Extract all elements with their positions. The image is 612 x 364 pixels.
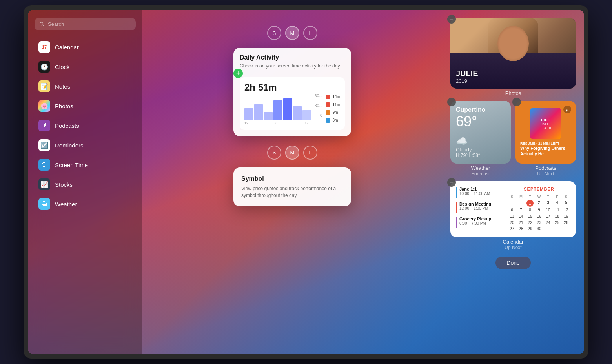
cal-day-19[interactable]: 19 [562,213,570,219]
calendar-remove-button[interactable]: − [447,178,456,187]
podcasts-widget: 🎙 LIFE KIT HEALTH [515,101,576,164]
weather-cloud-icon: ☁️ [456,136,505,147]
notes-icon: 📝 [38,80,50,92]
svg-rect-4 [326,110,330,115]
cal-day-1[interactable]: 1 [526,200,534,207]
music-icon [326,95,330,99]
sidebar-item-photos[interactable]: 🌸 Photos [35,97,136,115]
calendar-events: Jane 1:1 10:00 – 11:00 AM Design Meeting… [456,187,503,232]
sidebar-item-weather[interactable]: 🌤 Weather [35,195,136,213]
app-icon-3 [326,110,330,115]
main-content: S M L Daily Activity Check in on your sc… [142,10,584,354]
cal-day-6[interactable]: 6 [508,207,516,213]
sidebar-item-clock[interactable]: 🕐 Clock [35,58,136,76]
sidebar-label-screentime: Screen Time [55,162,88,168]
widget-desc: Check in on your screen time activity fo… [240,63,345,69]
cal-day-25[interactable]: 25 [553,220,561,226]
sidebar-item-reminders[interactable]: ☑️ Reminders [35,136,136,154]
event-title-2: Design Meeting [459,202,491,206]
weather-remove-button[interactable]: − [447,98,456,106]
sidebar: Search 17 Calendar 🕐 Clock 📝 Notes 🌸 Pho… [28,10,142,354]
event-bar-3 [456,217,457,228]
cal-day-30[interactable]: 30 [535,226,543,232]
size-btn-m[interactable]: M [285,26,299,40]
cal-day-14[interactable]: 14 [517,213,525,219]
sidebar-label-clock: Clock [55,64,70,70]
sidebar-item-podcasts[interactable]: 🎙 Podcasts [35,116,136,135]
search-bar[interactable]: Search [35,18,136,30]
cal-day-12[interactable]: 12 [562,207,570,213]
photos-icon: 🌸 [38,100,50,112]
cal-day-16[interactable]: 16 [535,213,543,219]
sidebar-item-stocks[interactable]: 📈 Stocks [35,175,136,193]
weather-widget-label: Weather [450,165,511,171]
st-item-3: 9m [326,109,340,116]
photos-remove-button[interactable]: − [447,15,456,24]
st-item-4: 8m [326,117,340,124]
cal-day-8[interactable]: 8 [526,207,534,213]
add-widget-button[interactable]: + [233,69,243,78]
weather-city: Cupertino [456,106,505,113]
event-time-2: 12:00 – 1:00 PM [459,206,491,211]
cal-day-28[interactable]: 28 [517,226,525,232]
reminders-icon: ☑️ [38,139,50,151]
photos-widget-label: Photos [450,90,576,96]
cal-day-15[interactable]: 15 [526,213,534,219]
cal-day-18[interactable]: 18 [553,213,561,219]
cal-day-9[interactable]: 9 [535,207,543,213]
symbol-desc: View price quotes and track performance … [241,186,343,199]
bar-5 [283,98,292,120]
size-btn-l2[interactable]: L [303,146,317,160]
event-bar-2 [456,202,457,213]
cal-day-empty2 [517,200,525,207]
cal-day-2[interactable]: 2 [535,200,543,207]
cal-day-7[interactable]: 7 [517,207,525,213]
cal-day-23[interactable]: 23 [535,220,543,226]
calendar-sublabel: Up Next [450,245,576,250]
size-selectors-top: S M L [267,26,317,40]
cal-day-5[interactable]: 5 [562,200,570,207]
podcast-mic-icon: 🎙 [563,105,572,114]
podcasts-remove-button[interactable]: − [512,98,521,106]
sidebar-item-screentime[interactable]: ⏱ Screen Time [35,156,136,174]
done-button[interactable]: Done [495,257,530,269]
cal-event-3: Grocery Pickup 6:00 – 7:00 PM [456,217,503,228]
search-placeholder: Search [48,21,64,27]
cal-event-2: Design Meeting 12:00 – 1:00 PM [456,202,503,213]
cal-day-10[interactable]: 10 [544,207,552,213]
st-app-list: 14m 11m 9m [326,93,340,125]
cal-day-3[interactable]: 3 [544,200,552,207]
sidebar-item-calendar[interactable]: 17 Calendar [35,38,136,56]
search-icon [39,22,45,27]
cal-day-20[interactable]: 20 [508,220,516,226]
cal-event-1: Jane 1:1 10:00 – 11:00 AM [456,187,503,198]
bar-7 [302,110,311,120]
cal-day-29[interactable]: 29 [526,226,534,232]
symbol-card: Symbol View price quotes and track perfo… [233,167,351,207]
cal-day-22[interactable]: 22 [526,220,534,226]
cal-day-4[interactable]: 4 [553,200,561,207]
calendar-widget-wrapper: − Jane 1:1 10:00 – 11:00 AM [450,181,576,250]
size-btn-l[interactable]: L [303,26,317,40]
cal-day-11[interactable]: 11 [553,207,561,213]
widget-title: Daily Activity [240,54,345,61]
svg-text:🎙: 🎙 [565,106,570,113]
cal-day-24[interactable]: 24 [544,220,552,226]
right-panel: − JULIE 2019 Photos [443,10,584,354]
calendar-month: SEPTEMBER [508,187,570,191]
cal-day-17[interactable]: 17 [544,213,552,219]
center-panel: S M L Daily Activity Check in on your sc… [142,10,443,354]
cal-day-26[interactable]: 26 [562,220,570,226]
stocks-icon: 📈 [38,178,50,190]
size-btn-s[interactable]: S [267,26,281,40]
size-btn-s2[interactable]: S [267,146,281,160]
podcasts-widget-label: Podcasts [515,165,576,171]
cal-day-13[interactable]: 13 [508,213,516,219]
sidebar-item-notes[interactable]: 📝 Notes [35,77,136,95]
sidebar-label-stocks: Stocks [55,181,73,188]
size-btn-m2[interactable]: M [285,146,299,160]
cal-day-21[interactable]: 21 [517,220,525,226]
cal-day-27[interactable]: 27 [508,226,516,232]
st-item-1: 14m [326,94,340,100]
calendar-widget-label: Calendar [450,239,576,245]
